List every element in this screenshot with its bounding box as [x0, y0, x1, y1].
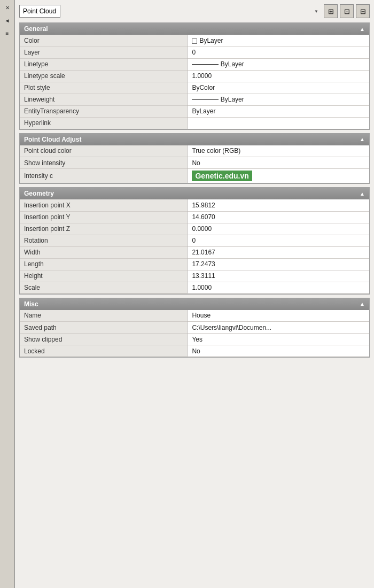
prop-value[interactable]: True color (RGB): [188, 145, 369, 157]
prop-label: Scale: [20, 282, 188, 293]
geometry-section-header[interactable]: Geometry ▲: [20, 188, 369, 199]
prop-value[interactable]: Yes: [188, 334, 369, 345]
prop-label: Linetype: [20, 58, 188, 70]
prop-value[interactable]: 21.0167: [188, 246, 369, 258]
object-type-dropdown[interactable]: Point Cloud: [19, 5, 60, 18]
point-cloud-adjust-properties-table: Point cloud color True color (RGB) Show …: [20, 145, 369, 184]
geometry-section-title: Geometry: [24, 190, 54, 197]
prop-label: Insertion point X: [20, 199, 188, 211]
prop-value[interactable]: No: [188, 345, 369, 357]
prop-label: Height: [20, 270, 188, 282]
table-row: Point cloud color True color (RGB): [20, 145, 369, 157]
prop-label: Length: [20, 258, 188, 270]
table-row: Layer 0: [20, 47, 369, 58]
misc-section-title: Misc: [24, 300, 38, 308]
table-row: Height 13.3111: [20, 270, 369, 282]
table-row: Insertion point X 15.9812: [20, 199, 369, 211]
prop-label: Linetype scale: [20, 70, 188, 82]
geometry-collapse-arrow: ▲: [360, 191, 365, 197]
prop-value[interactable]: [188, 117, 369, 129]
prop-label: Lineweight: [20, 94, 188, 105]
prop-value[interactable]: 0: [188, 47, 369, 58]
prop-label: Width: [20, 246, 188, 258]
table-row: Plot style ByColor: [20, 82, 369, 94]
prop-value[interactable]: ByLayer: [188, 105, 369, 117]
misc-properties-table: Name House Saved path C:\Users\liangvi\D…: [20, 310, 369, 358]
prop-label: Layer: [20, 47, 188, 58]
properties-panel: Point Cloud ⊞ ⊡ ⊟ General ▲ Color ByLaye…: [15, 0, 374, 588]
general-section-title: General: [24, 25, 48, 33]
table-row: Intensity c Genetic.edu.vn: [20, 169, 369, 183]
prop-value[interactable]: ByLayer: [188, 94, 369, 105]
misc-collapse-arrow: ▲: [360, 301, 365, 307]
general-properties-table: Color ByLayer Layer 0 Linetype ByLayer: [20, 35, 369, 129]
toggle-pickadd-button[interactable]: ⊞: [324, 4, 338, 18]
object-type-dropdown-wrapper[interactable]: Point Cloud: [19, 5, 322, 18]
prop-label: EntityTransparency: [20, 105, 188, 117]
prop-label: Locked: [20, 345, 188, 357]
point-cloud-adjust-collapse-arrow: ▲: [360, 136, 365, 142]
table-row: Rotation 0: [20, 235, 369, 246]
table-row: Color ByLayer: [20, 35, 369, 47]
watermark-overlay: Genetic.edu.vn: [192, 171, 252, 181]
prop-value[interactable]: C:\Users\liangvi\Documen...: [188, 322, 369, 334]
prop-value[interactable]: 14.6070: [188, 211, 369, 223]
table-row: Length 17.2473: [20, 258, 369, 270]
prop-label: Insertion point Y: [20, 211, 188, 223]
table-row: Name House: [20, 310, 369, 322]
prop-label: Rotation: [20, 235, 188, 246]
prop-label: Intensity c: [20, 169, 188, 183]
arrow-icon[interactable]: ◄: [2, 15, 13, 26]
prop-value[interactable]: ByColor: [188, 82, 369, 94]
prop-label: Show clipped: [20, 334, 188, 345]
left-toolbar: ✕ ◄ ≡: [0, 0, 15, 588]
general-collapse-arrow: ▲: [360, 26, 365, 32]
quick-select-button[interactable]: ⊟: [356, 4, 370, 18]
prop-value[interactable]: 17.2473: [188, 258, 369, 270]
general-section-header[interactable]: General ▲: [20, 23, 369, 35]
point-cloud-adjust-section-header[interactable]: Point Cloud Adjust ▲: [20, 134, 369, 145]
prop-value[interactable]: ByLayer: [188, 35, 369, 47]
prop-label: Show intensity: [20, 157, 188, 169]
table-row: Show clipped Yes: [20, 334, 369, 345]
table-row: Width 21.0167: [20, 246, 369, 258]
geometry-section: Geometry ▲ Insertion point X 15.9812 Ins…: [19, 187, 370, 295]
table-row: EntityTransparency ByLayer: [20, 105, 369, 117]
table-row: Saved path C:\Users\liangvi\Documen...: [20, 322, 369, 334]
prop-value[interactable]: 0: [188, 235, 369, 246]
table-row: Scale 1.0000: [20, 282, 369, 293]
prop-label: Color: [20, 35, 188, 47]
point-cloud-adjust-section-title: Point Cloud Adjust: [24, 136, 82, 143]
prop-label: Name: [20, 310, 188, 322]
table-row: Linetype scale 1.0000: [20, 70, 369, 82]
table-row: Lineweight ByLayer: [20, 94, 369, 105]
prop-value[interactable]: 1.0000: [188, 70, 369, 82]
lineweight-dash: [192, 99, 219, 100]
table-row: Linetype ByLayer: [20, 58, 369, 70]
table-row: Show intensity No: [20, 157, 369, 169]
misc-section-header[interactable]: Misc ▲: [20, 298, 369, 310]
prop-value[interactable]: House: [188, 310, 369, 322]
linetype-dash: [192, 64, 219, 65]
prop-value[interactable]: Genetic.edu.vn: [188, 169, 369, 183]
table-row: Insertion point Y 14.6070: [20, 211, 369, 223]
list-icon[interactable]: ≡: [2, 28, 13, 38]
general-section: General ▲ Color ByLayer Layer 0 Linetype: [19, 22, 370, 130]
misc-section: Misc ▲ Name House Saved path C:\Users\li…: [19, 298, 370, 358]
prop-label: Saved path: [20, 322, 188, 334]
table-row: Insertion point Z 0.0000: [20, 223, 369, 235]
prop-value[interactable]: 0.0000: [188, 223, 369, 235]
geometry-properties-table: Insertion point X 15.9812 Insertion poin…: [20, 199, 369, 294]
close-icon[interactable]: ✕: [2, 2, 13, 13]
prop-value[interactable]: 13.3111: [188, 270, 369, 282]
prop-label: Point cloud color: [20, 145, 188, 157]
prop-value[interactable]: No: [188, 157, 369, 169]
prop-value[interactable]: 15.9812: [188, 199, 369, 211]
prop-value[interactable]: ByLayer: [188, 58, 369, 70]
prop-label: Plot style: [20, 82, 188, 94]
select-objects-button[interactable]: ⊡: [340, 4, 354, 18]
prop-label: Hyperlink: [20, 117, 188, 129]
table-row: Hyperlink: [20, 117, 369, 129]
prop-value[interactable]: 1.0000: [188, 282, 369, 293]
color-swatch: [192, 38, 197, 44]
